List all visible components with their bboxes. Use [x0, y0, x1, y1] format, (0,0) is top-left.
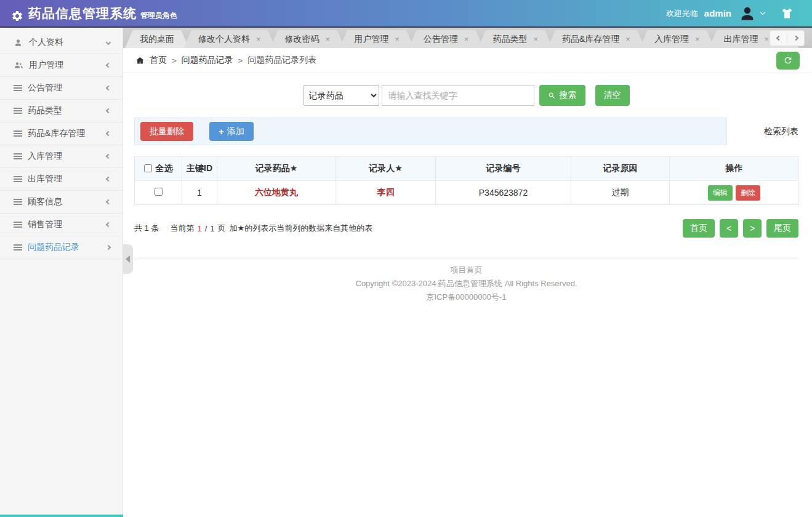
delete-button[interactable]: 删除 — [736, 185, 760, 201]
page-divider: / — [205, 224, 207, 233]
header-actions: 操作 — [670, 157, 799, 181]
sidebar-item-profile[interactable]: 个人资料 — [0, 31, 123, 54]
tab-scroll-right-button[interactable] — [787, 31, 804, 46]
user-icon — [14, 38, 23, 47]
sidebar-item-announcements[interactable]: 公告管理 — [0, 77, 123, 100]
sidebar-item-label: 出库管理 — [28, 174, 62, 185]
prev-page-button[interactable]: < — [720, 219, 738, 238]
table-row: 1 六位地黄丸 李四 P345623872 过期 编辑 删除 — [135, 181, 799, 205]
chevron-left-icon — [106, 177, 111, 182]
chevron-left-icon — [106, 199, 111, 204]
toolbar-panel: 批量删除 + 添加 — [134, 118, 727, 145]
breadcrumb-separator: > — [172, 56, 177, 65]
theme-tshirt-icon[interactable] — [781, 7, 794, 20]
search-field-select[interactable]: 记录药品 — [303, 85, 379, 106]
user-avatar-icon[interactable] — [739, 5, 756, 22]
refresh-icon — [783, 55, 793, 65]
tab-label: 修改密码 — [285, 30, 320, 48]
close-icon[interactable]: × — [326, 30, 331, 48]
row-checkbox[interactable] — [155, 188, 163, 196]
cell-reason: 过期 — [571, 181, 670, 205]
tab-label: 修改个人资料 — [198, 30, 250, 48]
next-page-button[interactable]: > — [743, 219, 762, 238]
sidebar-item-drug-types[interactable]: 药品类型 — [0, 100, 123, 122]
sidebar-item-customers[interactable]: 顾客信息 — [0, 191, 123, 214]
chevron-down-icon — [106, 40, 111, 45]
gear-icon — [11, 10, 23, 22]
cell-checkbox — [135, 181, 182, 205]
header-code: 记录编号 — [436, 157, 571, 181]
close-icon[interactable]: × — [765, 30, 770, 48]
breadcrumb-item[interactable]: 问题药品记录 — [182, 55, 233, 66]
tab-drug-types[interactable]: 药品类型 × — [478, 30, 553, 48]
footer-home-link[interactable]: 项目首页 — [134, 263, 798, 277]
total-pages: 1 — [210, 224, 214, 233]
close-icon[interactable]: × — [533, 30, 538, 48]
add-button-label: 添加 — [227, 126, 244, 137]
sidebar-item-label: 顾客信息 — [28, 196, 62, 207]
cell-recorder: 李四 — [336, 181, 436, 205]
sidebar-item-label: 入库管理 — [28, 151, 62, 162]
close-icon[interactable]: × — [695, 30, 700, 48]
tab-user-management[interactable]: 用户管理 × — [339, 30, 414, 48]
header-drug: 记录药品★ — [217, 157, 336, 181]
tab-scroll-left-button[interactable] — [770, 31, 787, 46]
search-form: 记录药品 搜索 清空 — [134, 85, 798, 106]
tab-edit-profile[interactable]: 修改个人资料 × — [183, 30, 276, 48]
batch-delete-button[interactable]: 批量删除 — [140, 122, 193, 141]
sidebar-collapse-handle[interactable] — [123, 244, 133, 274]
close-icon[interactable]: × — [625, 30, 630, 48]
chevron-down-icon[interactable] — [760, 10, 765, 15]
tab-label: 公告管理 — [424, 30, 458, 48]
search-button[interactable]: 搜索 — [539, 85, 585, 106]
chevron-left-icon — [106, 154, 111, 159]
username: admin — [704, 8, 731, 18]
close-icon[interactable]: × — [464, 30, 469, 48]
tab-label: 用户管理 — [354, 30, 388, 48]
top-header: 药品信息管理系统 管理员角色 欢迎光临 admin — [0, 0, 812, 28]
add-button[interactable]: + 添加 — [209, 122, 254, 141]
refresh-button[interactable] — [776, 52, 800, 70]
menu-icon — [14, 85, 22, 86]
sidebar-item-label: 用户管理 — [29, 60, 63, 71]
sidebar-item-users[interactable]: 用户管理 — [0, 54, 123, 77]
search-input[interactable] — [382, 85, 534, 106]
tab-announcements[interactable]: 公告管理 × — [409, 30, 484, 48]
toolbar-row: 批量删除 + 添加 检索列表 — [134, 118, 798, 145]
tab-inbound[interactable]: 入库管理 × — [640, 30, 715, 48]
sidebar-item-inbound[interactable]: 入库管理 — [0, 145, 123, 168]
tab-change-password[interactable]: 修改密码 × — [270, 30, 345, 48]
close-icon[interactable]: × — [395, 30, 400, 48]
chevron-right-icon — [793, 36, 798, 41]
sidebar-item-sales[interactable]: 销售管理 — [0, 214, 123, 236]
last-page-button[interactable]: 尾页 — [766, 219, 798, 238]
chevron-right-icon — [106, 245, 111, 250]
tab-drug-inventory[interactable]: 药品&库存管理 × — [547, 30, 645, 48]
select-all-checkbox[interactable] — [144, 164, 152, 172]
footer-icp: 京ICP备00000000号-1 — [134, 291, 798, 304]
sidebar-item-problem-drugs[interactable]: 问题药品记录 — [0, 236, 123, 259]
chevron-left-icon — [106, 131, 111, 136]
page-footer: 项目首页 Copyright ©2023-2024 药品信息管理系统 All R… — [134, 258, 798, 304]
breadcrumb-home[interactable]: 首页 — [150, 55, 167, 66]
main-area: 我的桌面 修改个人资料 × 修改密码 × 用户管理 × 公告管理 × — [123, 28, 812, 517]
sidebar-item-drug-inventory[interactable]: 药品&库存管理 — [0, 122, 123, 145]
chevron-left-icon — [776, 36, 781, 41]
first-page-button[interactable]: 首页 — [683, 219, 715, 238]
sidebar-item-outbound[interactable]: 出库管理 — [0, 168, 123, 191]
menu-icon — [14, 176, 22, 177]
tab-scroll-arrows — [770, 30, 805, 46]
clear-button[interactable]: 清空 — [595, 85, 630, 106]
tab-my-desktop[interactable]: 我的桌面 — [125, 30, 189, 48]
home-icon — [135, 56, 145, 65]
menu-icon — [14, 130, 22, 132]
edit-button[interactable]: 编辑 — [708, 185, 733, 201]
sidebar-bottom-strip — [0, 515, 123, 517]
menu-icon — [14, 199, 22, 200]
cell-actions: 编辑 删除 — [670, 181, 799, 205]
search-icon — [548, 92, 556, 100]
chevron-left-icon — [106, 86, 111, 90]
close-icon[interactable]: × — [256, 30, 261, 48]
cell-drug: 六位地黄丸 — [217, 181, 336, 205]
menu-icon — [14, 153, 22, 154]
